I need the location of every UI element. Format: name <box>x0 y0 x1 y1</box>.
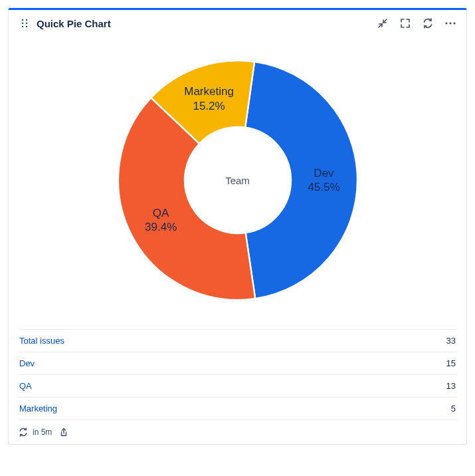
widget-title: Quick Pie Chart <box>37 18 376 29</box>
table-row-value: 5 <box>451 404 456 414</box>
header-actions <box>376 17 457 30</box>
table-row-value: 15 <box>446 358 456 368</box>
more-icon[interactable] <box>444 17 457 30</box>
donut-chart: Team Dev45.5%QA39.4%Marketing15.2% <box>105 47 371 313</box>
refresh-interval-text: in 5m <box>33 427 52 437</box>
pie-slice-dev[interactable] <box>245 62 357 298</box>
minimize-icon[interactable] <box>376 17 389 30</box>
svg-point-6 <box>445 22 447 24</box>
total-issues-value: 33 <box>446 336 456 346</box>
table-row: Marketing 5 <box>18 398 457 420</box>
maximize-icon[interactable] <box>399 17 412 30</box>
chart-area: Team Dev45.5%QA39.4%Marketing15.2% <box>9 34 466 329</box>
svg-point-0 <box>22 19 24 21</box>
widget-footer: in 5m <box>9 423 466 444</box>
total-issues-link[interactable]: Total issues <box>19 336 64 346</box>
widget-header: Quick Pie Chart <box>9 10 466 34</box>
widget-card: Quick Pie Chart <box>8 8 467 445</box>
svg-point-7 <box>449 22 451 24</box>
svg-point-5 <box>26 26 28 28</box>
table-row: QA 13 <box>18 375 457 398</box>
refresh-icon[interactable] <box>421 17 434 30</box>
svg-point-2 <box>22 23 24 25</box>
table-row: Dev 15 <box>18 352 457 375</box>
table-row-value: 13 <box>446 381 456 391</box>
svg-point-8 <box>453 22 455 24</box>
table-row-label[interactable]: Marketing <box>19 404 57 414</box>
table-row-label[interactable]: QA <box>19 381 32 391</box>
svg-point-1 <box>26 19 28 21</box>
drag-handle-icon[interactable] <box>18 17 31 30</box>
svg-point-4 <box>22 26 24 28</box>
summary-table: Total issues 33 Dev 15 QA 13 Marketing 5 <box>9 329 466 423</box>
refresh-icon[interactable] <box>18 427 29 437</box>
table-row-label[interactable]: Dev <box>19 358 35 368</box>
share-icon[interactable] <box>58 427 69 437</box>
table-row-total: Total issues 33 <box>18 329 457 352</box>
svg-point-3 <box>26 23 28 25</box>
